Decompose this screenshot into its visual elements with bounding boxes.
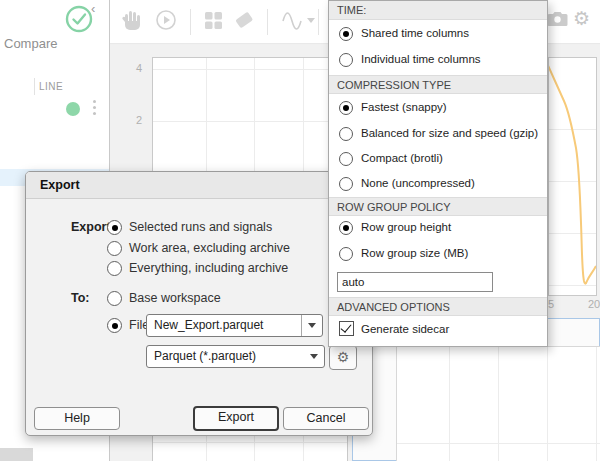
to-section-label: To: xyxy=(71,291,90,305)
sidebar-footer-block xyxy=(0,448,33,461)
radio-row-group-size[interactable] xyxy=(339,247,353,261)
dialog-title: Export xyxy=(40,178,80,192)
format-combobox[interactable]: Parquet (*.parquet) xyxy=(146,345,325,368)
radio-balanced[interactable] xyxy=(339,127,353,141)
radio-selected-runs[interactable] xyxy=(107,220,122,235)
radio-label: Base workspace xyxy=(129,291,221,305)
radio-label: Selected runs and signals xyxy=(129,220,272,234)
file-name-combobox[interactable]: New_Export.parquet xyxy=(146,314,323,337)
radio-individual-time[interactable] xyxy=(339,53,353,67)
export-button[interactable]: Export xyxy=(193,406,279,431)
row-options-icon[interactable] xyxy=(93,100,96,103)
section-header-row-group: ROW GROUP POLICY xyxy=(329,197,547,216)
plot-area[interactable] xyxy=(396,346,600,461)
app-window: 4 2 15 20 xyxy=(0,0,600,461)
gridline xyxy=(153,121,347,122)
checkbox-label: Generate sidecar xyxy=(361,323,449,335)
radio-label: Fastest (snappy) xyxy=(361,101,447,113)
radio-label: Row group height xyxy=(361,221,451,233)
radio-row-group-height[interactable] xyxy=(339,221,353,235)
chevron-down-icon[interactable] xyxy=(307,18,315,23)
radio-fastest[interactable] xyxy=(339,101,353,115)
format-settings-button[interactable]: ⚙ xyxy=(329,345,357,370)
y-tick-label: 4 xyxy=(136,62,142,74)
radio-label: Balanced for size and speed (gzip) xyxy=(361,127,538,139)
gridline xyxy=(397,443,600,444)
section-header-advanced: ADVANCED OPTIONS xyxy=(329,297,547,316)
radio-compact[interactable] xyxy=(339,152,353,166)
radio-base-workspace[interactable] xyxy=(107,291,122,306)
format-value: Parquet (*.parquet) xyxy=(154,349,256,363)
radio-label: Individual time columns xyxy=(361,53,481,65)
radio-label: Row group size (MB) xyxy=(361,247,468,259)
radio-shared-time[interactable] xyxy=(339,27,353,41)
toolbar-separator xyxy=(318,9,319,35)
radio-label: Shared time columns xyxy=(361,27,469,39)
y-tick-label: 2 xyxy=(136,114,142,126)
compare-check-icon xyxy=(64,4,94,34)
sidebar-filter-row xyxy=(0,52,109,77)
gear-icon: ⚙ xyxy=(337,349,350,365)
row-group-size-input[interactable] xyxy=(337,272,493,292)
pan-hand-icon[interactable] xyxy=(121,8,143,32)
camera-icon[interactable] xyxy=(547,10,568,28)
x-tick-label: 20 xyxy=(588,298,600,310)
column-divider xyxy=(34,78,35,95)
signal-curve xyxy=(549,58,596,295)
radio-work-area[interactable] xyxy=(107,241,122,256)
section-header-compression: COMPRESSION TYPE xyxy=(329,75,547,94)
compare-label: Compare xyxy=(4,36,57,51)
radio-file[interactable] xyxy=(107,318,122,333)
cancel-button[interactable]: Cancel xyxy=(283,407,369,430)
radio-none[interactable] xyxy=(339,177,353,191)
replay-icon[interactable] xyxy=(155,9,177,31)
chevron-down-icon xyxy=(308,323,316,328)
collapse-sidebar-icon[interactable]: ‹ xyxy=(91,1,95,16)
export-dialog: Export Export: Selected runs and signals… xyxy=(25,171,373,436)
gear-icon[interactable]: ⚙ xyxy=(573,9,590,28)
gridline xyxy=(153,442,347,443)
signal-wave-icon[interactable] xyxy=(281,11,303,31)
dialog-titlebar[interactable]: Export xyxy=(26,172,372,199)
compare-tab[interactable]: Compare ‹ xyxy=(0,0,109,53)
layout-grid-icon[interactable] xyxy=(204,11,223,30)
signal-table-header: LINE xyxy=(0,76,109,98)
file-name-value[interactable]: New_Export.parquet xyxy=(154,318,263,332)
eraser-icon[interactable] xyxy=(234,11,255,30)
toolbar-separator xyxy=(267,9,268,35)
plot-area[interactable] xyxy=(548,57,597,296)
gridline xyxy=(153,69,347,70)
radio-label: Compact (brotli) xyxy=(361,152,443,164)
radio-everything[interactable] xyxy=(107,261,122,276)
radio-label: Work area, excluding archive xyxy=(129,241,290,255)
dropdown-button[interactable] xyxy=(301,315,322,336)
signal-color-swatch[interactable] xyxy=(66,102,80,116)
table-row[interactable] xyxy=(0,144,109,169)
help-button[interactable]: Help xyxy=(34,407,120,430)
line-column-header: LINE xyxy=(39,81,63,92)
export-settings-panel: TIME: Shared time columns Individual tim… xyxy=(328,0,548,347)
radio-label: None (uncompressed) xyxy=(361,177,475,189)
generate-sidecar-checkbox[interactable] xyxy=(339,321,354,336)
check-icon xyxy=(340,321,351,333)
section-header-time: TIME: xyxy=(329,1,547,20)
table-row[interactable] xyxy=(0,121,109,145)
radio-label: Everything, including archive xyxy=(129,261,288,275)
toolbar-separator xyxy=(190,9,191,35)
chevron-down-icon xyxy=(310,354,318,359)
signal-row[interactable] xyxy=(0,97,109,122)
